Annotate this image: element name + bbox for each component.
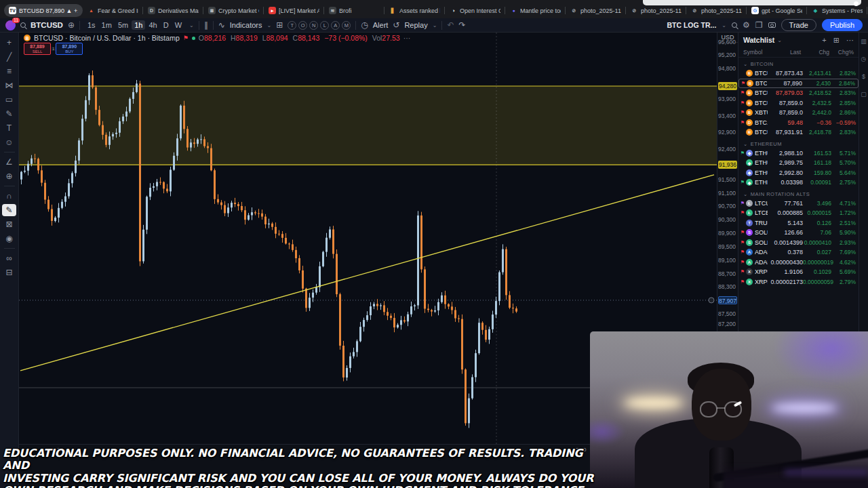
compare-add-icon[interactable]: ⊕ [68,20,75,30]
column-header-chgp[interactable]: Chg% [829,49,854,56]
link-tool[interactable]: ∞ [2,252,16,264]
watchlist-row[interactable]: ⚑SSOLUSDT126.667.065.90% [738,228,859,238]
indicators-button[interactable]: Indicators [230,21,262,29]
redo-icon[interactable]: ↷ [458,20,465,30]
fib-tool[interactable]: ≡ [2,65,16,77]
watchlist-grid-icon[interactable]: ⊞ [833,36,840,45]
browser-tab[interactable]: ⊘photo_2025-11-18_1... [566,4,626,17]
browser-tab[interactable]: ≣Crypto Market Overv... [203,4,264,17]
pattern-tool[interactable]: ⋈ [2,79,16,92]
browser-tab[interactable]: ▋Assets ranked by Ma... [384,4,445,17]
watchlist-row[interactable]: ⚑AADAUSD0.3780.0277.69% [738,247,859,258]
flag-icon[interactable]: ⚑ [740,100,745,106]
buy-button[interactable]: 87,890BUY [56,43,83,55]
flag-icon[interactable]: ⚑ [740,201,745,206]
fullscreen-icon[interactable]: ❐ [755,20,763,30]
legend-title[interactable]: BTCUSD · Bitcoin / U.S. Dollar · 1h · Bi… [34,34,180,42]
replay-chevron-icon[interactable]: ⌄ [433,22,437,28]
timeframe-5m[interactable]: 5m [115,20,131,30]
layout-letter-t[interactable]: T [288,21,296,30]
crosshair-tool[interactable]: + [2,37,16,49]
indicators-chevron-icon[interactable]: ⌄ [267,22,271,28]
publish-button[interactable]: Publish [822,19,863,31]
legend-more-icon[interactable]: ··· [403,34,411,42]
layout-name-button[interactable]: BTC LOG TR... [667,21,716,29]
flag-icon[interactable]: ⚑ [740,260,745,265]
quick-search-icon[interactable] [732,22,737,28]
position-tool[interactable]: ▭ [2,94,16,106]
timeframe-4h[interactable]: 4h [146,20,159,30]
timeframe-D[interactable]: D [161,20,172,30]
browser-tab[interactable]: ▸[LIVE] Market Analys... [264,4,324,17]
watchlist-row[interactable]: ⚑BBTCUSD.P87,859.02,432.52.85% [738,98,859,108]
hide-tool[interactable]: ◉ [2,232,16,245]
browser-tab[interactable]: ◑Open Interest Chart... [445,4,505,17]
search-icon[interactable] [20,22,26,28]
browser-tab[interactable]: ⊘photo_2025-11-18_1... [626,4,686,17]
emoji-tool[interactable]: ☺ [2,136,16,148]
flag-icon[interactable]: ⚑ [183,35,189,41]
lock-tool[interactable]: ⊠ [2,218,16,230]
watchlist-row[interactable]: ⚑BXBTUSD.P87,859.02,442.02.86% [738,108,859,118]
browser-tab[interactable]: ≋Brofi [324,4,384,17]
watchlist-row[interactable]: ⚑ŁLTCUSD77.7613.4964.71% [738,199,859,209]
flag-icon[interactable]: ⚑ [740,180,745,185]
flag-icon[interactable]: ⚑ [740,240,745,245]
watchlist-row[interactable]: BBTCUSD87,931.912,418.782.83% [738,127,859,138]
alert-button[interactable]: Alert [373,21,389,29]
flag-icon[interactable]: ⚑ [740,110,745,115]
sell-button[interactable]: 87,889SELL [24,43,51,55]
replay-button[interactable]: Replay [404,21,427,29]
ideas-dollar-icon[interactable]: $ [862,73,865,80]
browser-tab[interactable]: ⊘photo_2025-11-18_1... [686,4,747,17]
watchlist-row[interactable]: ⚑BBTCUSD87,8902,4302.84% [738,79,859,89]
watchlist-section-header[interactable]: ⌄BITCOIN [738,60,859,68]
layout-letter-n[interactable]: N [309,21,318,30]
browser-tab[interactable]: TVBTCUSD 87,890 ▲ +... [4,4,83,17]
watchlist-row[interactable]: ⚑◆ETHBTC0.033980.000912.75% [738,178,859,188]
flag-icon[interactable]: ⚑ [740,150,745,156]
timeframe-W[interactable]: W [172,20,184,30]
watchlist-row[interactable]: ⚑BBTCUSD87,879.032,418.522.83% [738,88,859,98]
measure-tool[interactable]: ∠ [2,156,16,168]
flag-icon[interactable]: ⚑ [740,249,745,255]
watchlist-row[interactable]: ⚑ŁLTCBTC0.0008850.0000151.72% [738,208,859,218]
undo-icon[interactable]: ↶ [447,20,454,30]
browser-tab[interactable]: Ggpt - Google Search [747,4,807,17]
settings-gear-icon[interactable]: ⚙ [743,20,750,30]
flag-icon[interactable]: ⚑ [740,90,745,96]
timeframe-1m[interactable]: 1m [99,20,115,30]
layout-letter-m[interactable]: M [342,21,351,30]
column-header-last[interactable]: Last [766,49,801,56]
watchlist-row[interactable]: ⚑AADABTC0.000004300.000000194.62% [738,258,859,268]
zoom-tool[interactable]: ⊕ [2,170,16,182]
text-tool[interactable]: T [2,122,16,134]
flag-icon[interactable]: ⚑ [741,81,746,86]
watchlist-more-icon[interactable]: ⋯ [846,36,854,45]
candle-style-icon[interactable]: ∥ [204,20,208,30]
flag-icon[interactable]: ⚑ [740,210,745,216]
watchlist-row[interactable]: ◆ETHUSDT2,989.75161.185.70% [738,158,859,168]
watchlist-section-header[interactable]: ⌄ETHEREUM [738,140,859,148]
trash-tool[interactable]: ⊟ [2,266,16,279]
flag-icon[interactable]: ⚑ [740,269,745,274]
flag-icon[interactable]: ⚑ [740,120,745,125]
column-header-chg[interactable]: Chg [801,49,829,56]
magnet-tool[interactable]: ∩ [2,190,16,202]
user-avatar[interactable]: 11 [5,20,16,30]
edit-tool[interactable]: ✎ [2,204,16,216]
watchlist-row[interactable]: ⚑DBTC.D59.48−0.36−0.59% [738,118,859,128]
column-header-symbol[interactable]: Symbol [743,49,766,56]
watchlist-chevron-icon[interactable]: ⌄ [777,37,782,43]
flag-icon[interactable]: ⚑ [740,230,745,235]
browser-tab[interactable]: ◆Systems - Presentac... [807,4,867,17]
watchlist-section-header[interactable]: ⌄MAIN ROTATION ALTS [738,190,859,199]
timeframe-1s[interactable]: 1s [85,20,98,30]
add-symbol-icon[interactable]: + [822,36,826,44]
watchlist-row[interactable]: ⚑XXRPUSD1.91060.10295.69% [738,267,859,277]
trade-button[interactable]: Trade [781,19,816,31]
watchlist-row[interactable]: ⚑◆ETHUSD2,988.10161.535.71% [738,148,859,159]
layout-letter-o[interactable]: O [298,21,307,30]
panel-columns-icon[interactable]: ▥ [861,38,867,45]
timeframe-1h[interactable]: 1h [132,20,145,30]
